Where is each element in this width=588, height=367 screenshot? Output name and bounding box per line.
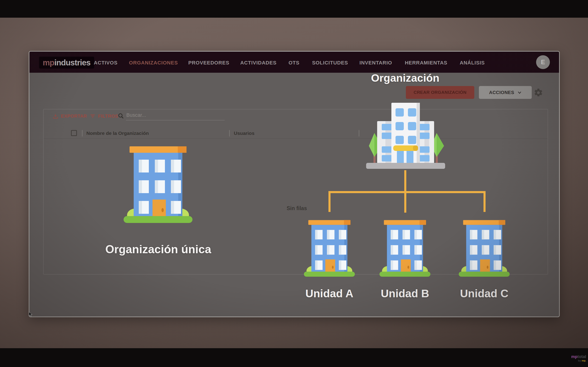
unit-b-building-illustration — [380, 219, 431, 277]
filters-label: FILTROS — [98, 114, 118, 119]
filter-icon — [90, 113, 96, 119]
nav-item-solicitudes[interactable]: SOLICITUDES — [312, 60, 348, 66]
nav-item-proveedores[interactable]: PROVEEDORES — [188, 60, 229, 66]
single-organization-building-illustration — [124, 145, 192, 224]
logo-part-mp: mp — [43, 58, 54, 67]
nav-item-activos[interactable]: ACTIVOS — [94, 60, 117, 66]
column-separator — [359, 130, 359, 136]
unit-c-label: Unidad C — [460, 287, 509, 300]
chevron-down-icon — [518, 90, 522, 94]
logo-part-industries: industries — [54, 58, 90, 67]
letterbox-top — [0, 0, 588, 18]
top-nav-bar: mpindustries ACTIVOS ORGANIZACIONES PROV… — [29, 52, 559, 73]
column-separator — [82, 130, 82, 136]
nav-item-ots[interactable]: OTS — [288, 60, 300, 66]
user-avatar[interactable]: E — [536, 55, 550, 69]
column-header-users[interactable]: Usuarios — [234, 131, 254, 136]
watermark-total: total — [578, 354, 586, 359]
unit-a-label: Unidad A — [305, 287, 354, 300]
diagram-root-label: Organización — [371, 72, 439, 84]
office-building-illustration — [364, 99, 447, 169]
nav-item-organizaciones[interactable]: ORGANIZACIONES — [129, 60, 178, 66]
app-logo[interactable]: mpindustries — [39, 57, 94, 69]
unit-c-building-illustration — [459, 219, 510, 277]
nav-item-actividades[interactable]: ACTIVIDADES — [240, 60, 277, 66]
search-input[interactable] — [126, 111, 225, 120]
export-label: EXPORTAR — [61, 114, 87, 119]
mouse-cursor-icon — [28, 311, 34, 317]
unit-b-label: Unidad B — [381, 287, 429, 300]
nav-item-inventario[interactable]: INVENTARIO — [359, 60, 392, 66]
download-icon — [52, 113, 59, 119]
search-icon — [118, 113, 124, 119]
filters-button[interactable]: FILTROS — [90, 113, 118, 119]
connector-line-horizontal — [329, 191, 485, 193]
column-separator — [229, 130, 230, 136]
export-button[interactable]: EXPORTAR — [52, 113, 87, 119]
watermark-by: by — [578, 359, 582, 362]
unit-a-building-illustration — [304, 219, 355, 277]
connector-line-left — [329, 193, 330, 212]
nav-item-analisis[interactable]: ANÁLISIS — [460, 60, 485, 66]
column-header-name[interactable]: Nombre de la Organización — [86, 131, 149, 136]
nav-item-herramientas[interactable]: HERRAMIENTAS — [405, 60, 447, 66]
gear-icon[interactable] — [534, 88, 543, 98]
letterbox-bottom — [0, 348, 588, 367]
watermark-logo: mptotal by mp. — [571, 355, 586, 362]
screen: mpindustries ACTIVOS ORGANIZACIONES PROV… — [0, 0, 588, 367]
single-organization-label: Organización única — [105, 243, 211, 256]
select-all-checkbox[interactable] — [71, 130, 77, 136]
table-header-row: Nombre de la Organización Usuarios — [44, 129, 548, 139]
watermark-sub: mp. — [582, 359, 586, 362]
actions-dropdown-label: ACCIONES — [489, 90, 514, 95]
search-box — [118, 111, 225, 120]
empty-table-message: Sin filas — [287, 205, 307, 211]
actions-dropdown-button[interactable]: ACCIONES — [479, 86, 532, 99]
watermark-mp: mp — [571, 354, 578, 359]
create-organization-button[interactable]: CREAR ORGANIZACIÓN — [406, 86, 474, 99]
connector-line-right — [484, 193, 485, 212]
